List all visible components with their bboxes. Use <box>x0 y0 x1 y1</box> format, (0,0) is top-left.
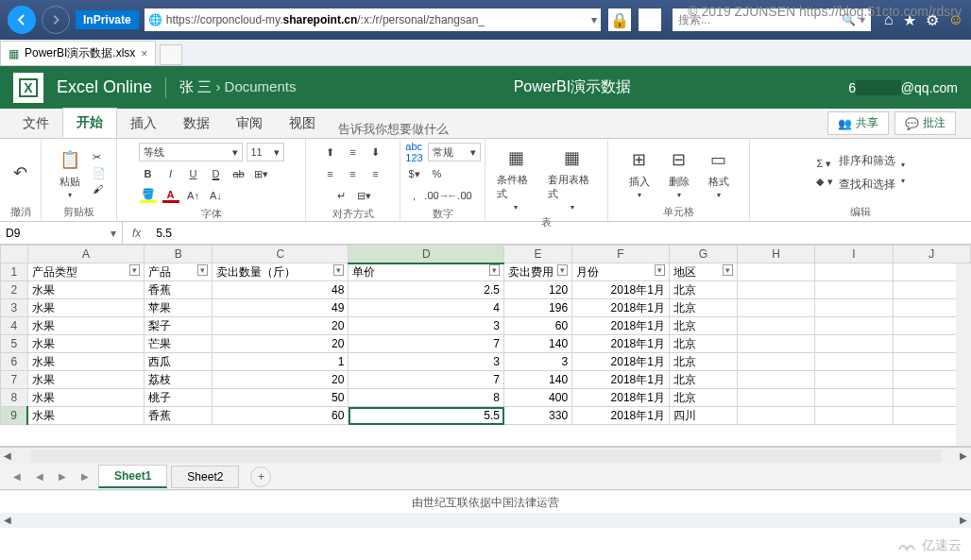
filter-icon[interactable]: ▾ <box>129 264 140 276</box>
italic-button[interactable]: I <box>162 164 180 183</box>
filter-icon[interactable]: ▾ <box>197 264 208 276</box>
sheet-nav-prev-icon[interactable]: ◀ <box>30 471 49 482</box>
cell[interactable]: 桃子 <box>145 389 213 407</box>
bold-button[interactable]: B <box>139 164 158 183</box>
find-select-button[interactable]: 查找和选择 <box>839 177 895 193</box>
filter-icon[interactable]: ▾ <box>557 264 568 276</box>
cell[interactable]: 2018年1月 <box>572 371 670 389</box>
close-tab-icon[interactable]: × <box>141 47 147 60</box>
row-header[interactable]: 7 <box>1 371 28 389</box>
back-button[interactable] <box>8 6 36 34</box>
browser-tab[interactable]: ▦ PowerBI演示数据.xlsx × <box>0 41 156 65</box>
filter-icon[interactable]: ▾ <box>655 264 665 276</box>
cell[interactable]: 西瓜 <box>145 353 213 371</box>
cell[interactable]: 8 <box>349 389 504 407</box>
format-as-table-button[interactable]: ▦套用表格式▾ <box>544 143 600 213</box>
cell[interactable]: 20 <box>213 371 349 389</box>
col-header-C[interactable]: C <box>213 246 349 263</box>
border-button[interactable]: ⊞▾ <box>252 164 271 183</box>
align-center-button[interactable]: ≡ <box>344 164 363 183</box>
cell[interactable]: 20 <box>213 335 349 353</box>
col-header-E[interactable]: E <box>504 246 572 263</box>
cut-icon[interactable]: ✂ <box>93 151 106 163</box>
abc-icon[interactable]: abc123 <box>405 143 424 161</box>
row-header[interactable]: 6 <box>1 353 28 371</box>
filter-icon[interactable]: ▾ <box>489 264 500 276</box>
cell[interactable]: 北京 <box>669 281 737 299</box>
cell[interactable]: 140 <box>504 335 572 353</box>
sheet-tab-1[interactable]: Sheet1 <box>98 465 167 488</box>
cell[interactable]: 水果 <box>27 371 144 389</box>
vertical-scrollbar[interactable] <box>956 263 971 446</box>
cell[interactable]: 北京 <box>669 389 737 407</box>
increase-decimal-button[interactable]: .00→ <box>428 186 447 205</box>
scroll-right-icon[interactable]: ▶ <box>956 450 971 461</box>
decrease-decimal-button[interactable]: ←.00 <box>451 186 469 205</box>
cell-E1[interactable]: 卖出费用▾ <box>504 263 572 281</box>
cell[interactable]: 水果 <box>27 281 144 299</box>
cell[interactable]: 49 <box>213 299 349 317</box>
cell[interactable]: 香蕉 <box>145 407 213 425</box>
filter-icon[interactable]: ▾ <box>333 264 344 276</box>
strikethrough-button[interactable]: ab <box>230 164 248 183</box>
row-header-1[interactable]: 1 <box>1 263 28 281</box>
row-header[interactable]: 4 <box>1 317 28 335</box>
cell[interactable]: 2018年1月 <box>572 281 670 299</box>
delete-cells-button[interactable]: ⊟删除▾ <box>662 144 696 201</box>
cell[interactable]: 20 <box>213 317 349 335</box>
address-bar[interactable]: 🌐 https://corponcloud-my.sharepoint.cn/:… <box>145 8 601 31</box>
autosum-button[interactable]: Σ ▾ <box>816 158 832 170</box>
security-lock-icon[interactable]: 🔒 <box>608 8 631 31</box>
comment-button[interactable]: 💬批注 <box>894 111 956 135</box>
cell[interactable]: 水果 <box>27 299 144 317</box>
cell[interactable]: 水果 <box>27 335 144 353</box>
select-all-corner[interactable] <box>1 246 28 263</box>
insert-cells-button[interactable]: ⊞插入▾ <box>622 144 656 201</box>
share-button[interactable]: 👥共享 <box>827 111 889 135</box>
sheet-nav-first-icon[interactable]: ◀ <box>8 471 26 482</box>
align-middle-button[interactable]: ≡ <box>344 143 363 161</box>
url-dropdown-icon[interactable]: ▾ <box>591 13 597 26</box>
col-header-I[interactable]: I <box>815 246 893 263</box>
currency-button[interactable]: $▾ <box>405 164 424 183</box>
cell[interactable]: 北京 <box>669 299 737 317</box>
cell[interactable]: 330 <box>504 407 572 425</box>
cell-F1[interactable]: 月份▾ <box>572 263 670 281</box>
comma-button[interactable]: , <box>405 186 424 205</box>
new-tab-button[interactable] <box>160 44 182 65</box>
cell[interactable]: 水果 <box>27 317 144 335</box>
row-header[interactable]: 5 <box>1 335 28 353</box>
cell-G1[interactable]: 地区▾ <box>669 263 737 281</box>
breadcrumb[interactable]: 张 三 › Documents <box>179 78 296 96</box>
col-header-J[interactable]: J <box>893 246 970 263</box>
sheet-nav-next-icon[interactable]: ▶ <box>53 471 72 482</box>
name-box[interactable]: D9▾ <box>0 222 123 244</box>
cell[interactable]: 香蕉 <box>145 281 213 299</box>
row-header[interactable]: 9 <box>1 407 28 425</box>
excel-logo-icon[interactable]: X <box>13 73 43 103</box>
spreadsheet-grid[interactable]: A B C D E F G H I J 1 产品类型▾ 产品▾ 卖出数量（斤）▾… <box>0 245 971 447</box>
cell[interactable]: 60 <box>504 317 572 335</box>
align-left-button[interactable]: ≡ <box>321 164 340 183</box>
col-header-F[interactable]: F <box>572 246 670 263</box>
row-header[interactable]: 2 <box>1 281 28 299</box>
undo-button[interactable]: ↶ <box>4 158 38 188</box>
scroll-left-icon[interactable]: ◀ <box>0 450 15 461</box>
format-cells-button[interactable]: ▭格式▾ <box>702 144 736 201</box>
sort-filter-button[interactable]: 排序和筛选 <box>839 153 895 169</box>
col-header-A[interactable]: A <box>27 246 144 263</box>
tab-insert[interactable]: 插入 <box>117 110 170 138</box>
cell[interactable]: 48 <box>213 281 349 299</box>
add-sheet-button[interactable]: + <box>250 467 271 487</box>
font-size-select[interactable]: 11▾ <box>247 143 284 161</box>
cell[interactable]: 2018年1月 <box>572 317 670 335</box>
cell[interactable]: 60 <box>213 407 349 425</box>
fx-label[interactable]: fx <box>123 227 150 240</box>
clear-button[interactable]: ◆ ▾ <box>816 176 832 188</box>
cell[interactable]: 水果 <box>27 407 144 425</box>
cell[interactable]: 水果 <box>27 389 144 407</box>
tab-home[interactable]: 开始 <box>62 108 117 138</box>
align-bottom-button[interactable]: ⬇ <box>366 143 385 161</box>
sheet-tab-2[interactable]: Sheet2 <box>171 466 239 488</box>
cell[interactable]: 120 <box>504 281 572 299</box>
